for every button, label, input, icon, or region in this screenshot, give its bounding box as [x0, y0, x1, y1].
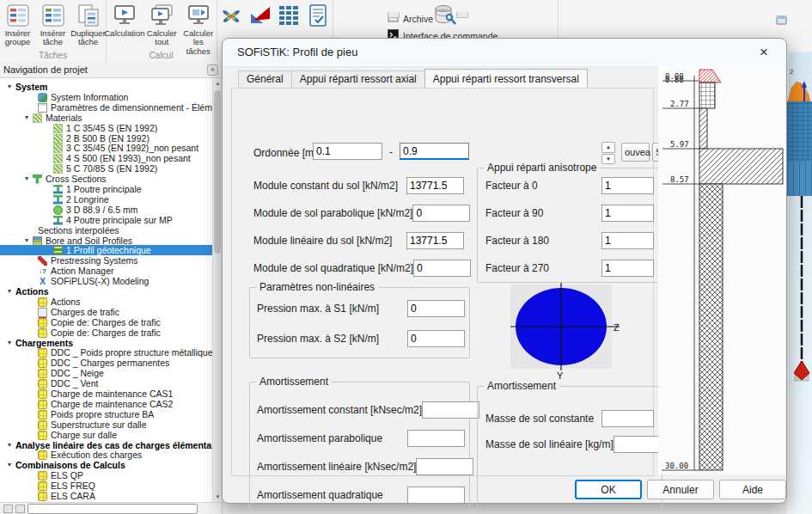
soil-modulus-input[interactable]: [413, 260, 471, 277]
tree-item[interactable]: ELS QP: [0, 470, 212, 480]
tree-item[interactable]: 4 S 500 (EN 1993)_non pesant: [0, 153, 212, 163]
soil-mass-label: Masse de sol constante: [485, 413, 594, 425]
tree-item[interactable]: Copie de: Charges de trafic: [0, 317, 212, 327]
nav-tool-button[interactable]: [3, 505, 13, 513]
tree-item[interactable]: 5 C 70/85 S (EN 1992): [0, 163, 212, 174]
dialog-titlebar[interactable]: SOFiSTiK: Profil de pieu ×: [223, 39, 786, 67]
ribbon-button-calc-all[interactable]: Calculer tout: [143, 3, 180, 47]
aniso-factor-input[interactable]: [601, 232, 654, 249]
soil-mass-input[interactable]: [601, 410, 654, 427]
tab-general[interactable]: Général: [238, 70, 292, 88]
tab-content: Ordonnée [m] - ▲ ▼ ouvea Suppr. Module c…: [231, 88, 654, 476]
tree-item[interactable]: ▾Cross Sections: [0, 174, 212, 184]
scrollbar-thumb[interactable]: [214, 90, 221, 254]
tree-item[interactable]: Prestressing Systems: [0, 255, 212, 266]
tab-axial-spring[interactable]: Appui réparti ressort axial: [291, 70, 425, 88]
tree-item[interactable]: ELS CARA: [0, 491, 212, 501]
tree-item[interactable]: ▾Combinaisons de Calculs: [0, 460, 212, 470]
damping-input[interactable]: [422, 401, 479, 419]
tree-item[interactable]: 3 C 35/45 (EN 1992)_non pesant: [0, 143, 212, 153]
soil-modulus-input[interactable]: [406, 177, 464, 194]
tree-item[interactable]: Charge sur dalle: [0, 430, 212, 440]
ribbon-button-system-viz[interactable]: [217, 3, 246, 29]
ribbon-button-report[interactable]: [303, 3, 333, 29]
tree-item-label: Charge de maintenance CAS1: [51, 389, 173, 399]
tree-item[interactable]: Sections interpolées: [0, 225, 212, 236]
damping-input[interactable]: [407, 430, 465, 447]
aniso-factor-input[interactable]: [601, 205, 654, 222]
tree-item[interactable]: ▾System: [0, 82, 212, 92]
ribbon-button-label: Calculer tout: [143, 29, 180, 47]
tree-item[interactable]: Superstructure sur dalle: [0, 419, 212, 430]
ok-button[interactable]: OK: [575, 480, 642, 499]
tree-item[interactable]: 1 C 35/45 S (EN 1992): [0, 123, 212, 133]
3d-model-view[interactable]: 2: [787, 52, 812, 514]
cancel-button[interactable]: Annuler: [647, 480, 714, 499]
expander-icon[interactable]: ▾: [3, 286, 15, 297]
tree-item[interactable]: DDC _ Poids propre structure métallique: [0, 347, 212, 358]
expander-icon[interactable]: ▾: [3, 82, 15, 92]
aniso-factor-input[interactable]: [601, 260, 654, 277]
tree-item[interactable]: ▾Materials: [0, 113, 212, 123]
tree-item[interactable]: 1 Poutre principale: [0, 184, 212, 194]
window-icon[interactable]: [776, 14, 787, 25]
tree-item[interactable]: Charges de trafic: [0, 307, 212, 317]
tree-item[interactable]: Charge de maintenance CAS2: [0, 399, 212, 409]
max-pressure-input[interactable]: [407, 300, 465, 317]
tree-item[interactable]: ▾Actions: [0, 286, 212, 297]
tree-item[interactable]: DDC _ Charges permanentes: [0, 358, 212, 368]
tree-item[interactable]: 4 Poutre principale sur MP: [0, 215, 212, 225]
soil-modulus-input[interactable]: [412, 205, 470, 222]
tree-item[interactable]: System Information: [0, 92, 212, 102]
beam-icon: [53, 195, 63, 205]
dialog-tabs: Général Appui réparti ressort axial Appu…: [238, 70, 587, 88]
damping-input[interactable]: [416, 458, 473, 475]
level-label: 2.77: [670, 100, 689, 108]
tree-item[interactable]: Actions: [0, 297, 212, 307]
tree-item[interactable]: ↓?Action Manager: [0, 266, 212, 276]
tree-scrollbar[interactable]: ▲ ▼: [212, 78, 222, 502]
tree-item[interactable]: XSOFiPLUS(-X) Modeling: [0, 276, 212, 286]
ribbon-button-insert-task[interactable]: Insérer tâche: [35, 3, 70, 47]
tree-item[interactable]: Poids propre structure BA: [0, 409, 212, 419]
tree-item[interactable]: 1 Profil géotechnique: [0, 245, 212, 255]
ribbon-button-insert-group[interactable]: Insérer groupe: [0, 3, 35, 47]
ribbon-row-archive[interactable]: Archive: [388, 12, 498, 26]
soil-modulus-input[interactable]: [406, 232, 464, 249]
tab-transversal-spring[interactable]: Appui réparti ressort transversal: [424, 69, 588, 88]
damping-input[interactable]: [407, 486, 465, 504]
tree-item-label: DDC _ Poids propre structure métallique: [51, 347, 212, 358]
spinner-up-icon[interactable]: ▲: [601, 142, 615, 153]
tree-item[interactable]: DDC _ Vent: [0, 378, 212, 389]
ribbon-button-calc-tasks[interactable]: Calculer les tâches: [180, 3, 217, 56]
spinner-down-icon[interactable]: ▼: [601, 154, 615, 165]
expander-icon[interactable]: ▾: [21, 113, 33, 123]
dialog-close-icon[interactable]: ×: [754, 42, 774, 63]
help-button[interactable]: Aide: [719, 480, 786, 499]
new-segment-button[interactable]: ouvea: [621, 143, 650, 162]
tree-item[interactable]: Charge de maintenance CAS1: [0, 389, 212, 399]
tree-item-label: Copie de: Charges de trafic: [51, 317, 161, 327]
nav-close-icon[interactable]: ×: [207, 64, 218, 76]
max-pressure-input[interactable]: [407, 330, 465, 347]
ribbon-button-graphic[interactable]: [246, 3, 275, 29]
tree-item[interactable]: Paramètres de dimensionnement - Éléments…: [0, 102, 212, 113]
ordinate-from-input[interactable]: [313, 143, 382, 160]
ribbon-button-results-table[interactable]: [275, 3, 304, 29]
nav-tool-button[interactable]: [15, 505, 25, 513]
tree-filter-input[interactable]: [27, 504, 198, 514]
tree-item[interactable]: 2 Longrine: [0, 194, 212, 205]
tree-item-label: Exécution des charges: [51, 450, 142, 460]
tree-item[interactable]: DDC _ Neige: [0, 368, 212, 378]
expander-icon[interactable]: ▾: [21, 174, 33, 184]
tree-item[interactable]: Exécution des charges: [0, 450, 212, 460]
ribbon-button-calculation[interactable]: Calculation: [106, 3, 143, 38]
expander-icon[interactable]: ▾: [3, 460, 15, 470]
aniso-factor-input[interactable]: [601, 177, 654, 194]
tree-item[interactable]: Copie de: Charges de trafic: [0, 327, 212, 338]
ribbon-button-duplicate-task[interactable]: Dupliquer tâche: [70, 3, 106, 47]
soil-modulus-fields: Module constant du sol [kN/m2]Module de …: [253, 176, 464, 278]
tree-item[interactable]: ELS FREQ: [0, 480, 212, 491]
ordinate-to-input[interactable]: [400, 143, 469, 160]
tree-item[interactable]: 3 D 88.9 / 6.5 mm: [0, 205, 212, 215]
